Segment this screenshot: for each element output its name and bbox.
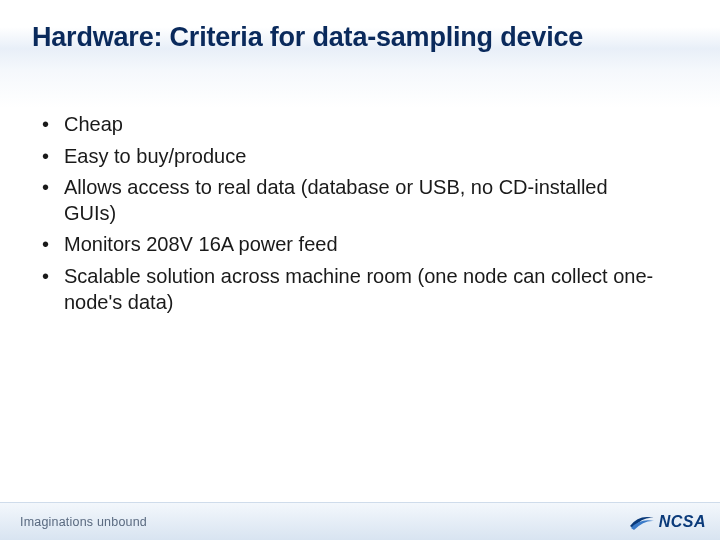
slide-title: Hardware: Criteria for data-sampling dev… xyxy=(32,22,688,53)
ncsa-logo: NCSA xyxy=(629,512,706,532)
bullet-item: Allows access to real data (database or … xyxy=(34,175,660,226)
bullet-list: Cheap Easy to buy/produce Allows access … xyxy=(34,112,660,315)
bullet-item: Monitors 208V 16A power feed xyxy=(34,232,660,258)
bullet-item: Cheap xyxy=(34,112,660,138)
slide: Hardware: Criteria for data-sampling dev… xyxy=(0,0,720,540)
footer-tagline: Imaginations unbound xyxy=(20,515,147,529)
bullet-item: Easy to buy/produce xyxy=(34,144,660,170)
logo-text: NCSA xyxy=(659,513,706,531)
slide-content: Cheap Easy to buy/produce Allows access … xyxy=(34,112,660,321)
bullet-item: Scalable solution across machine room (o… xyxy=(34,264,660,315)
slide-footer: Imaginations unbound NCSA xyxy=(0,502,720,540)
logo-swoosh-icon xyxy=(629,512,655,532)
